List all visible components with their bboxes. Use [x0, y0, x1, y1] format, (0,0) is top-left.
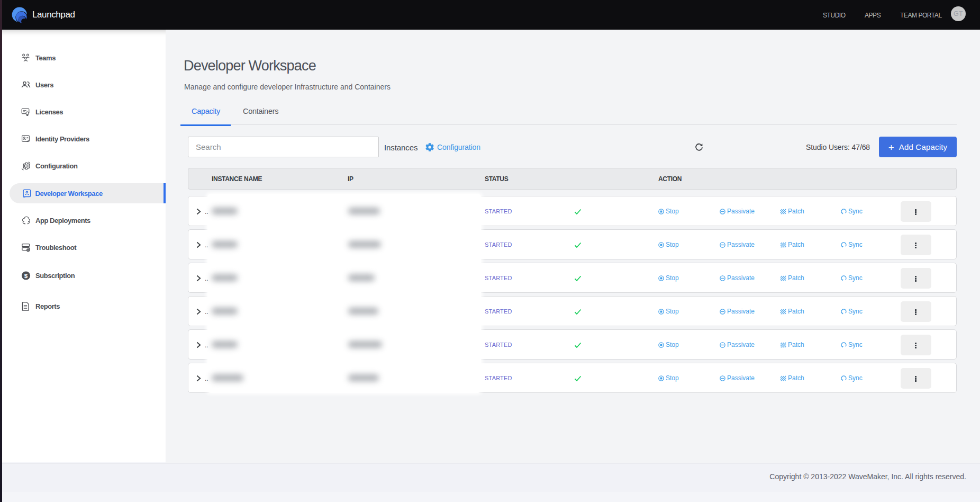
- svg-text:$: $: [24, 273, 28, 279]
